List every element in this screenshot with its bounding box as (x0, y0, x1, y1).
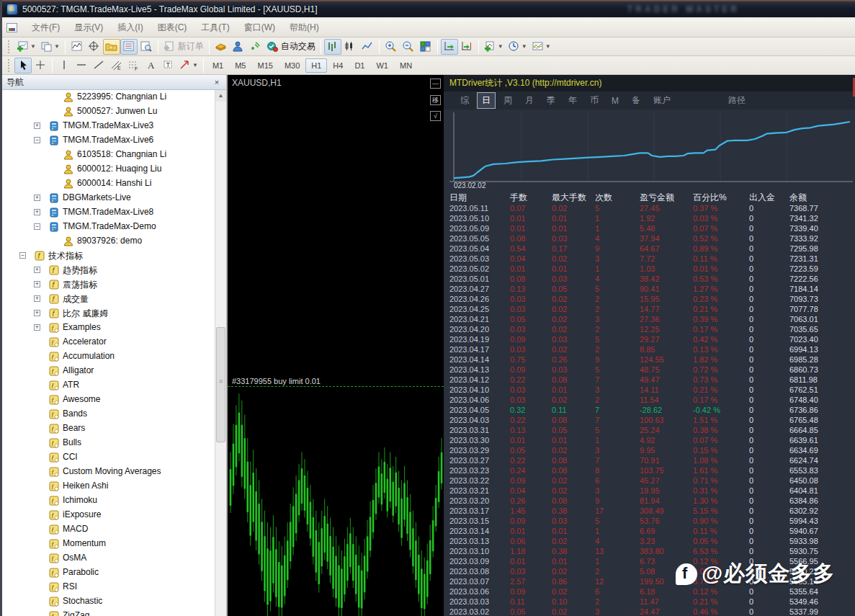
tree-item[interactable]: +f趋势指标 (2, 263, 215, 277)
tree-item[interactable]: fAccelerator (2, 335, 215, 349)
autotrade-icon[interactable]: 自动交易 (264, 39, 318, 55)
tree-item[interactable]: fAccumulation (2, 349, 215, 364)
templates-icon[interactable]: ▼ (529, 39, 553, 55)
tree-item[interactable]: fParabolic (2, 566, 215, 580)
tree-item[interactable]: 6103518: Changnian Li (2, 148, 215, 162)
minimize-button[interactable]: — (430, 79, 441, 89)
tree-item[interactable]: fBears (2, 421, 215, 436)
new-order-label[interactable]: 新订单 (178, 40, 204, 53)
chevron-down-icon[interactable]: ▼ (54, 43, 60, 50)
label-flag-icon[interactable]: T (159, 58, 176, 73)
tree-item[interactable]: fATR (2, 378, 215, 393)
crosshair-cursor-icon[interactable] (32, 58, 49, 73)
chevron-down-icon[interactable]: ▼ (30, 43, 36, 50)
stats-tab-日[interactable]: 日 (477, 92, 496, 109)
fibonacci-icon[interactable]: F (125, 58, 142, 73)
toolbar-grip[interactable] (8, 59, 12, 72)
tree-item[interactable]: −TMGM.TradeMax-Demo (2, 220, 215, 234)
menu-item[interactable]: 帮助(H) (282, 19, 326, 36)
menu-item[interactable]: 图表(C) (151, 19, 194, 36)
expand-icon[interactable]: + (34, 324, 40, 331)
tree-item[interactable]: −f技术指标 (2, 249, 215, 263)
tree-item[interactable]: +TMGM.TradeMax-Live8 (2, 205, 215, 220)
tree-item[interactable]: +fExamples (2, 321, 215, 335)
timeframe-mn[interactable]: MN (394, 58, 418, 73)
stats-tab-年[interactable]: 年 (563, 92, 582, 109)
tree-item[interactable]: 6000014: Hanshi Li (2, 177, 215, 191)
stats-tab-path[interactable]: 路径 (723, 92, 751, 109)
expand-icon[interactable]: + (34, 267, 40, 273)
expand-icon[interactable]: + (34, 281, 40, 287)
chevron-down-icon[interactable]: ▼ (192, 62, 198, 68)
tree-item[interactable]: fAwesome (2, 393, 215, 407)
menu-item[interactable]: 插入(I) (110, 19, 150, 36)
toolbar-grip[interactable] (8, 40, 12, 53)
timeframe-w1[interactable]: W1 (370, 58, 394, 73)
crosshair-target-icon[interactable] (86, 39, 103, 55)
tree-item[interactable]: fiExposure (2, 508, 215, 522)
collapse-icon[interactable]: − (34, 223, 40, 230)
tree-item[interactable]: 5000527: Junwen Lu (2, 104, 215, 119)
expand-icon[interactable]: + (34, 310, 40, 316)
tree-item[interactable]: fIchimoku (2, 494, 215, 508)
tree-item[interactable]: fCustom Moving Averages (2, 465, 215, 479)
periods-icon[interactable]: ▼ (506, 39, 529, 55)
shapes-icon[interactable]: ▼ (176, 58, 200, 73)
stats-tab-季[interactable]: 季 (542, 92, 560, 109)
trendline-icon[interactable] (90, 58, 107, 73)
tree-item[interactable]: fHeiken Ashi (2, 479, 215, 494)
text-a-icon[interactable]: A (142, 58, 159, 73)
signal-icon[interactable] (247, 39, 264, 55)
stats-tab-M[interactable]: M (606, 94, 624, 108)
tick-chart-icon[interactable] (68, 39, 86, 55)
tree-item[interactable]: +f成交量 (2, 292, 215, 306)
menu-item[interactable]: 工具(T) (194, 19, 236, 36)
timeframe-m15[interactable]: M15 (251, 58, 278, 73)
stats-tab-周[interactable]: 周 (498, 92, 517, 109)
timeframe-h1[interactable]: H1 (305, 58, 327, 73)
tree-item[interactable]: fCCI (2, 450, 215, 465)
expand-icon[interactable]: + (34, 122, 40, 129)
chevron-down-icon[interactable]: ▼ (498, 43, 503, 50)
autotrade-label[interactable]: 自动交易 (281, 40, 315, 53)
channel-icon[interactable]: E (107, 58, 125, 73)
tree-item[interactable]: +DBGMarkets-Live (2, 191, 215, 205)
tree-item[interactable]: 6000012: Huaqing Liu (2, 162, 215, 177)
hline-icon[interactable] (73, 58, 90, 73)
timeframe-m5[interactable]: M5 (229, 58, 251, 73)
stats-tab-账户[interactable]: 账户 (648, 92, 676, 109)
tree-item[interactable]: −TMGM.TradeMax-Live6 (2, 133, 215, 148)
candles-icon[interactable] (341, 39, 359, 55)
menu-item[interactable]: 文件(F) (24, 19, 67, 36)
tree-item[interactable]: fStochastic (2, 594, 215, 609)
tree-item[interactable]: fZigZag (2, 609, 215, 616)
tree-item[interactable]: +f震荡指标 (2, 277, 215, 292)
tree-item[interactable]: +TMGM.TradeMax-Live3 (2, 119, 215, 133)
chart-window-icon[interactable] (6, 23, 17, 32)
stats-tab-月[interactable]: 月 (520, 92, 539, 109)
tree-item[interactable]: fAlligator (2, 364, 215, 378)
profiles-icon[interactable]: ▼ (38, 39, 62, 55)
collapse-icon[interactable]: − (19, 252, 26, 259)
tree-item[interactable]: fMomentum (2, 537, 215, 551)
scrollbar-thumb[interactable] (216, 327, 225, 442)
move-button[interactable]: 移 (430, 95, 441, 105)
terminal-icon[interactable] (230, 39, 247, 55)
navigator-scrollbar[interactable]: ▲ (215, 90, 226, 616)
tree-item[interactable]: fOsMA (2, 551, 215, 566)
collapse-icon[interactable]: − (34, 137, 40, 143)
auto-scroll-icon[interactable] (441, 39, 458, 55)
tree-item[interactable]: fRSI (2, 580, 215, 594)
menu-item[interactable]: 窗口(W) (237, 19, 282, 36)
bars-icon[interactable] (324, 39, 341, 55)
tile-windows-icon[interactable] (417, 39, 434, 55)
expand-icon[interactable]: + (34, 209, 40, 215)
timeframe-m1[interactable]: M1 (207, 58, 229, 73)
timeframe-d1[interactable]: D1 (349, 58, 370, 73)
tree-item[interactable]: fBands (2, 407, 215, 421)
expand-icon[interactable]: + (34, 195, 40, 201)
expand-icon[interactable]: + (34, 295, 40, 302)
stats-tab-币[interactable]: 币 (585, 92, 604, 109)
history-icon[interactable] (212, 39, 230, 55)
line-chart-icon[interactable] (359, 39, 376, 55)
